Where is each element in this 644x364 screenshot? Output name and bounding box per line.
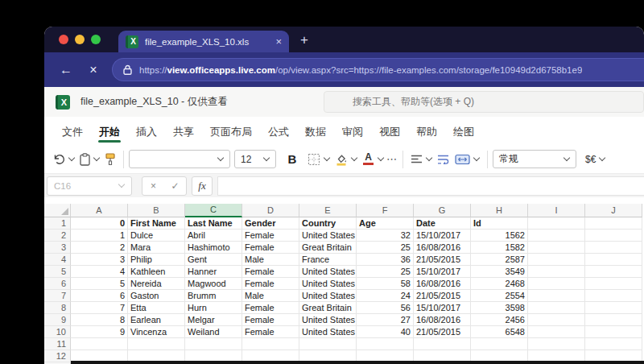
font-name-select[interactable]	[129, 150, 230, 168]
back-icon[interactable]: ←	[52, 63, 80, 77]
cell-G1[interactable]: Date	[414, 217, 471, 230]
cell-A4[interactable]: 3	[71, 254, 128, 266]
menu-tab-0[interactable]: 文件	[54, 117, 91, 145]
cell-F4[interactable]: 36	[357, 254, 414, 266]
number-format-dropdown-icon[interactable]	[564, 155, 570, 161]
cell-B6[interactable]: Nereida	[128, 278, 185, 290]
font-color-dropdown-icon[interactable]	[378, 155, 384, 161]
bold-button[interactable]: B	[283, 152, 301, 166]
cell-D8[interactable]: Female	[242, 302, 299, 314]
cell-E10[interactable]: United States	[299, 326, 357, 338]
row-header-2[interactable]: 2	[44, 230, 71, 242]
cell-D5[interactable]: Female	[242, 266, 299, 278]
cell-C7[interactable]: Brumm	[185, 290, 242, 302]
row-header-9[interactable]: 9	[44, 314, 71, 326]
currency-dropdown-icon[interactable]	[599, 155, 605, 161]
menu-tab-6[interactable]: 数据	[297, 117, 334, 145]
cell-D9[interactable]: Female	[242, 314, 299, 326]
cell-C2[interactable]: Abril	[185, 230, 242, 242]
cell-I2[interactable]	[528, 230, 585, 242]
cell-G6[interactable]: 16/08/2016	[414, 278, 471, 290]
merge-cells-button[interactable]	[452, 154, 482, 165]
cell-C3[interactable]: Hashimoto	[185, 242, 242, 254]
cell-H4[interactable]: 2587	[471, 254, 528, 266]
menu-tab-1[interactable]: 开始	[91, 117, 128, 145]
number-format-select[interactable]: 常规	[493, 150, 576, 168]
cell-A5[interactable]: 4	[71, 266, 128, 278]
row-header-1[interactable]: 1	[44, 217, 71, 230]
cell-B9[interactable]: Earlean	[128, 314, 185, 326]
cell-I6[interactable]	[528, 278, 585, 290]
cell-I5[interactable]	[528, 266, 585, 278]
cell-I10[interactable]	[528, 326, 585, 338]
column-header-A[interactable]: A	[71, 204, 128, 217]
cell-D1[interactable]: Gender	[242, 217, 299, 230]
row-header-5[interactable]: 5	[44, 266, 71, 278]
cell-B4[interactable]: Philip	[128, 254, 185, 266]
borders-dropdown-icon[interactable]	[324, 155, 330, 161]
cell-E5[interactable]: United States	[299, 266, 357, 278]
merge-dropdown-icon[interactable]	[473, 155, 480, 161]
alignment-dropdown-icon[interactable]	[426, 155, 432, 161]
cancel-entry-button[interactable]: ×	[142, 177, 164, 195]
row-header-10[interactable]: 10	[44, 326, 71, 338]
name-box-dropdown-icon[interactable]	[118, 181, 125, 188]
cell-G9[interactable]: 16/08/2016	[414, 314, 471, 326]
cell-H6[interactable]: 2468	[471, 278, 528, 290]
insert-function-button[interactable]: fx	[192, 176, 213, 196]
row-header-7[interactable]: 7	[44, 290, 71, 302]
cell-A8[interactable]: 7	[71, 302, 128, 314]
cell-C5[interactable]: Hanner	[185, 266, 242, 278]
cell-F6[interactable]: 58	[357, 278, 414, 290]
cell-J9[interactable]	[585, 314, 642, 326]
column-header-F[interactable]: F	[357, 204, 414, 217]
cell-H10[interactable]: 6548	[471, 326, 528, 338]
cell-D6[interactable]: Female	[242, 278, 299, 290]
cell-F11[interactable]	[357, 338, 414, 350]
cell-H2[interactable]: 1562	[471, 230, 528, 242]
cell-E3[interactable]: Great Britain	[299, 242, 357, 254]
cell-C6[interactable]: Magwood	[185, 278, 242, 290]
stop-icon[interactable]: ×	[80, 63, 107, 77]
cell-J3[interactable]	[585, 242, 642, 254]
tab-close-icon[interactable]: ×	[275, 36, 282, 47]
fill-color-button[interactable]	[332, 153, 360, 166]
cell-I3[interactable]	[528, 242, 585, 254]
cell-A6[interactable]: 5	[71, 278, 128, 290]
row-header-11[interactable]: 11	[44, 338, 71, 350]
cell-A3[interactable]: 2	[71, 242, 128, 254]
fill-color-dropdown-icon[interactable]	[351, 155, 357, 161]
column-header-J[interactable]: J	[585, 204, 642, 217]
menu-tab-8[interactable]: 视图	[371, 117, 408, 145]
search-input[interactable]: 搜索工具、帮助等(选项 + Q)	[324, 91, 644, 113]
cell-D11[interactable]	[242, 338, 299, 350]
select-all-corner[interactable]	[44, 204, 71, 217]
confirm-entry-button[interactable]: ✓	[164, 177, 186, 195]
cell-J2[interactable]	[585, 230, 642, 242]
cell-G3[interactable]: 16/08/2016	[414, 242, 471, 254]
column-header-H[interactable]: H	[471, 204, 528, 217]
cell-H3[interactable]: 1582	[471, 242, 528, 254]
font-size-select[interactable]: 12	[234, 150, 276, 168]
font-size-dropdown-icon[interactable]	[263, 155, 270, 161]
font-color-button[interactable]: A	[360, 153, 386, 166]
cell-F7[interactable]: 24	[357, 290, 414, 302]
cell-E8[interactable]: Great Britain	[299, 302, 357, 314]
borders-button[interactable]	[305, 153, 332, 166]
row-header-12[interactable]: 12	[44, 350, 71, 362]
zoom-window-button[interactable]	[91, 35, 101, 44]
cell-A11[interactable]	[71, 338, 128, 350]
cell-C11[interactable]	[185, 338, 242, 350]
cell-D7[interactable]: Male	[242, 290, 299, 302]
cell-E4[interactable]: France	[299, 254, 357, 266]
undo-button[interactable]	[51, 154, 77, 165]
cell-I4[interactable]	[528, 254, 585, 266]
column-header-I[interactable]: I	[528, 204, 585, 217]
row-header-8[interactable]: 8	[44, 302, 71, 314]
cell-H5[interactable]: 3549	[471, 266, 528, 278]
column-header-B[interactable]: B	[128, 204, 185, 217]
cell-G10[interactable]: 21/05/2015	[414, 326, 471, 338]
cell-J5[interactable]	[585, 266, 642, 278]
column-header-G[interactable]: G	[414, 204, 471, 217]
cell-F3[interactable]: 25	[357, 242, 414, 254]
